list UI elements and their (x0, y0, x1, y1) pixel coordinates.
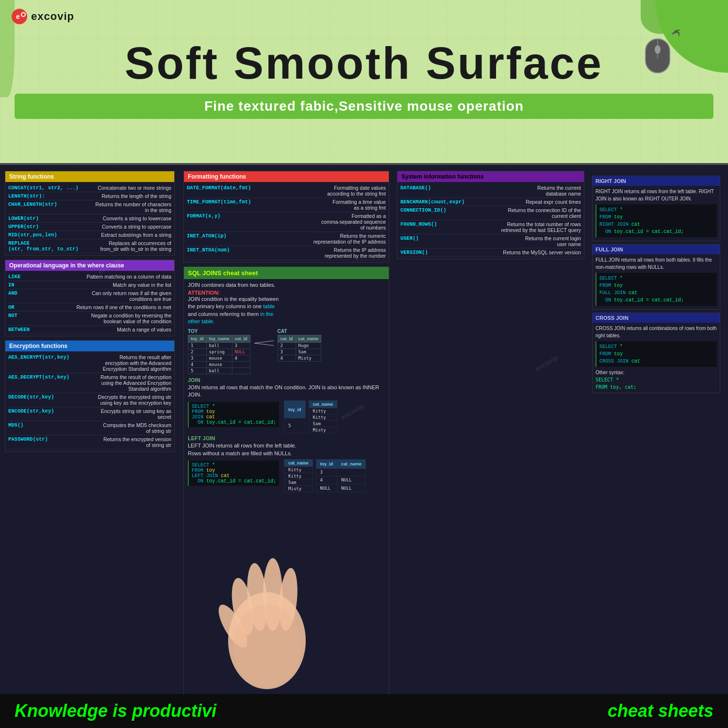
cat-table-wrap: CAT cat_idcat_name 2Hugo 3Sam 4Misty (278, 329, 322, 362)
list-item: CONCAT(str1, str2, ...) Concatenate two … (8, 184, 171, 192)
right-split: System information functions DATABASE() … (397, 171, 724, 722)
list-item: REPLACE(str, from_str, to_str) Replaces … (8, 239, 171, 253)
string-functions-box: String functions CONCAT(str1, str2, ...)… (5, 171, 175, 256)
formatting-header: Formatting functions (184, 171, 389, 182)
right-joins-panel: RIGHT JOIN RIGHT JOIN returns all rows f… (588, 171, 724, 722)
logo-text: excovip (31, 10, 74, 23)
main-title: Soft Smooth Surface (0, 33, 728, 94)
right-join-body: RIGHT JOIN returns all rows from the lef… (593, 186, 720, 241)
system-info-box: System information functions DATABASE() … (397, 171, 584, 259)
list-item: AES_DECRYPT(str,key) Returns the result … (8, 373, 171, 393)
svg-line-7 (254, 343, 274, 346)
join-label: JOIN (188, 377, 385, 383)
left-join-results: cat_name Kitty Kitty Sam Misty toy_idcat… (284, 459, 366, 492)
svg-point-2 (21, 13, 25, 17)
right-join-code: SELECT * FROM toy RIGHT JOIN cat ON toy.… (596, 204, 717, 237)
cross-join-body: CROSS JOIN returns all combinations of r… (593, 323, 720, 393)
full-join-header: FULL JOIN (593, 245, 720, 254)
svg-line-6 (254, 341, 274, 343)
banner-left-text: Knowledge is productivi (15, 701, 216, 721)
encryption-content: AES_ENCRYPT(str,key) Returns the result … (5, 351, 174, 451)
left-result-table1: cat_name Kitty Kitty Sam Misty (284, 459, 313, 492)
list-item: IN Match any value in the list (8, 281, 171, 289)
list-item: UPPER(str) Converts a string to uppercas… (8, 223, 171, 231)
sql-joins-body: JOIN combines data from two tables. ATTE… (184, 279, 389, 497)
left-join-label: LEFT JOIN (188, 435, 385, 441)
svg-text:e: e (16, 13, 20, 20)
list-item: TIME_FORMAT(time,fmt) Formatting a time … (187, 198, 386, 212)
formatting-content: DATE_FORMAT(date,fmt) Formatting date va… (184, 182, 389, 262)
list-item: OR Return rows if one of the conditions … (8, 303, 171, 312)
attention-desc: JOIN condition is the equality betweenth… (188, 296, 385, 326)
cross-join-code: SELECT * FROM toy CROSS JOIN cat (596, 341, 717, 367)
list-item: ENCODE(str,key) Encrypts string str usin… (8, 407, 171, 421)
list-item: MD5() Computes the MD5 checksumof string… (8, 421, 171, 435)
list-item: USER() Returns the current loginuser nam… (400, 234, 581, 248)
system-info-content: DATABASE() Returns the currentdatabase n… (397, 182, 584, 259)
system-info-col: System information functions DATABASE() … (397, 171, 584, 722)
list-item: AES_ENCRYPT(str,key) Returns the result … (8, 353, 171, 373)
banner-right-text: cheat sheets (608, 701, 713, 721)
bottom-section: String functions CONCAT(str1, str2, ...)… (0, 165, 728, 728)
operational-header: Operational language in the where clause (5, 260, 174, 271)
list-item: CONNECTION_ID() Returns the connection I… (400, 206, 581, 220)
join-results: toy_id 5 cat_name Kitty Kitty Sam Misty (284, 400, 337, 433)
system-info-header: System information functions (397, 171, 584, 182)
formatting-box: Formatting functions DATE_FORMAT(date,fm… (183, 171, 389, 263)
left-join-desc: LEFT JOIN returns all rows from the left… (188, 442, 385, 457)
logo-icon: e (12, 9, 27, 24)
sql-joins-header: SQL JOINS cheat sheet (184, 267, 389, 279)
list-item: FORMAT(x,y) Formatted as acomma-separate… (187, 212, 386, 232)
join-result-table2: cat_name Kitty Kitty Sam Misty (309, 400, 338, 433)
full-join-box: FULL JOIN FULL JOIN returns all rows fro… (592, 244, 720, 310)
encryption-box: Encryption functions AES_ENCRYPT(str,key… (5, 340, 175, 452)
string-functions-content: CONCAT(str1, str2, ...) Concatenate two … (5, 182, 174, 255)
subtitle-bar: Fine textured fabic,Sensitive mouse oper… (15, 94, 713, 119)
cat-table: cat_idcat_name 2Hugo 3Sam 4Misty (278, 335, 322, 362)
list-item: BENCHMARK(count,expr) Repeat expr count … (400, 198, 581, 206)
left-result-table2: toy_idcat_name 3 4NULL NULLNULL (316, 459, 366, 492)
operational-content: LIKE Pattern matching on a column of dat… (5, 271, 174, 336)
list-item: AND Can only return rows if all the give… (8, 289, 171, 303)
list-item: DECODE(str,key) Decrypts the encrypted s… (8, 393, 171, 407)
mouse-icon (636, 24, 679, 80)
string-functions-header: String functions (5, 171, 174, 182)
list-item: LENGTH(str): Returns the length of the s… (8, 192, 171, 200)
toy-cat-tables: TOY toy_idtoy_namecat_id 1ball3 2springN… (188, 329, 385, 374)
list-item: NOT Negate a condition by reversing theb… (8, 312, 171, 326)
list-item: FOUND_ROWS() Returns the total number of… (400, 220, 581, 234)
join-arrows (254, 338, 274, 348)
top-section: e excovip Soft Smooth Surface Fine textu… (0, 0, 728, 165)
list-item: DATABASE() Returns the currentdatabase n… (400, 184, 581, 198)
operational-box: Operational language in the where clause… (5, 260, 175, 336)
subtitle-text: Fine textured fabic,Sensitive mouse oper… (204, 99, 524, 114)
left-join-code: SELECT * FROM toy LEFT JOIN cat ON toy.c… (188, 461, 279, 486)
list-item: PASSWORD(str) Returns the encrypted vers… (8, 435, 171, 449)
full-join-body: FULL JOIN returns all rows from both tab… (593, 254, 720, 309)
toy-table-wrap: TOY toy_idtoy_namecat_id 1ball3 2springN… (188, 329, 250, 374)
list-item: INET_ATON(ip) Returns the numericreprese… (187, 232, 386, 246)
join-result-table1: toy_id 5 (284, 400, 306, 433)
attention-label: ATTENTION: (188, 290, 385, 296)
full-join-code: SELECT * FROM toy FULL JOIN cat ON toy.c… (596, 273, 717, 306)
left-column: String functions CONCAT(str1, str2, ...)… (0, 165, 180, 728)
list-item: DATE_FORMAT(date,fmt) Formatting date va… (187, 184, 386, 198)
list-item: LOWER(str) Converts a string to lowercas… (8, 215, 171, 223)
joins-intro: JOIN combines data from two tables. (188, 282, 385, 288)
encryption-header: Encryption functions (5, 341, 174, 351)
cross-join-other: Other syntax: SELECT *FROM toy, cat; (596, 369, 717, 391)
list-item: INET_NTOA(num) Returns the IP addressrep… (187, 246, 386, 260)
right-column: System information functions DATABASE() … (393, 165, 728, 728)
toy-table: toy_idtoy_namecat_id 1ball3 2springNULL … (188, 335, 250, 374)
logo-area: e excovip (0, 0, 728, 33)
list-item: CHAR_LENGTH(str) Returns the number of c… (8, 200, 171, 215)
list-item: VERSION() Returns the MySQL server versi… (400, 248, 581, 257)
sql-joins-box: SQL JOINS cheat sheet JOIN combines data… (183, 266, 389, 722)
middle-column: Formatting functions DATE_FORMAT(date,fm… (180, 165, 393, 728)
list-item: MID(str,pos,len) Extract substrings from… (8, 231, 171, 239)
cross-join-header: CROSS JOIN (593, 313, 720, 323)
list-item: BETWEEN Match a range of values (8, 326, 171, 334)
join-code: SELECT * FROM toy JOIN cat ON toy.cat_id… (188, 402, 279, 427)
cross-join-box: CROSS JOIN CROSS JOIN returns all combin… (592, 313, 720, 393)
right-join-header: RIGHT JOIN (593, 176, 720, 186)
